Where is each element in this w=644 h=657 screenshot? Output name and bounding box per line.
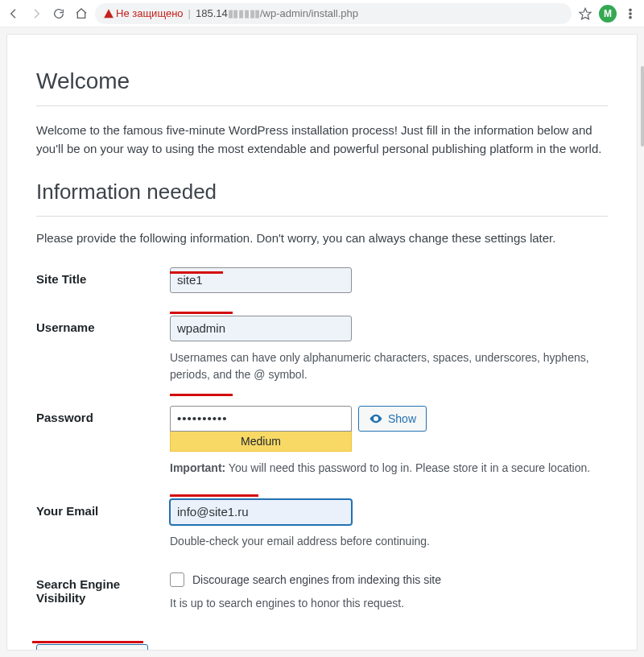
password-input[interactable] [170, 406, 352, 432]
password-strength-meter: Medium [170, 431, 352, 452]
site-title-label: Site Title [36, 256, 170, 304]
svg-point-0 [630, 9, 631, 10]
url-text: 185.14▮▮▮▮▮▮/wp-admin/install.php [196, 7, 358, 19]
sev-row: Search Engine Visibility Discourage sear… [36, 561, 608, 623]
sev-label: Search Engine Visibility [36, 561, 170, 623]
annotation-redline [170, 312, 233, 314]
not-secure-indicator: Не защищено [103, 7, 184, 19]
sev-hint: It is up to search engines to honor this… [170, 595, 608, 612]
back-button[interactable] [5, 5, 23, 23]
install-wordpress-button[interactable]: Install WordPress [36, 644, 148, 651]
email-label: Your Email [36, 488, 170, 561]
eye-icon [369, 411, 383, 426]
url-host: 185.14 [196, 7, 228, 19]
url-separator: | [188, 7, 191, 19]
annotation-redline [170, 394, 233, 396]
svg-point-2 [630, 16, 631, 18]
sev-checkbox-label: Discourage search engines from indexing … [192, 573, 441, 586]
welcome-intro: Welcome to the famous five-minute WordPr… [36, 121, 608, 159]
install-card: Welcome Welcome to the famous five-minut… [6, 34, 638, 651]
password-row: Password Medium Show Important: You [36, 395, 608, 488]
info-needed-heading: Information needed [36, 163, 608, 217]
email-hint: Double-check your email address before c… [170, 533, 608, 550]
svg-point-1 [630, 12, 631, 14]
profile-avatar[interactable]: M [599, 5, 617, 23]
forward-button[interactable] [27, 5, 45, 23]
sev-checkbox[interactable] [170, 572, 184, 587]
home-button[interactable] [72, 5, 90, 23]
annotation-redline [32, 641, 143, 643]
username-label: Username [36, 304, 170, 395]
scrollbar[interactable] [641, 66, 644, 147]
url-path: /wp-admin/install.php [260, 7, 358, 19]
email-row: Your Email Double-check your email addre… [36, 488, 608, 561]
annotation-redline [170, 271, 223, 274]
url-obscured: ▮▮▮▮▮▮ [228, 7, 260, 19]
annotation-redline [170, 494, 258, 497]
email-input[interactable] [170, 499, 352, 525]
welcome-heading: Welcome [36, 54, 608, 106]
kebab-menu-icon[interactable] [621, 5, 639, 23]
browser-toolbar: Не защищено | 185.14▮▮▮▮▮▮/wp-admin/inst… [0, 0, 644, 27]
install-form: Site Title Username Usernames can have o… [36, 256, 608, 623]
bookmark-star-icon[interactable] [576, 5, 594, 23]
not-secure-label: Не защищено [116, 7, 184, 19]
username-row: Username Usernames can have only alphanu… [36, 304, 608, 395]
site-title-row: Site Title [36, 256, 608, 304]
reload-button[interactable] [50, 5, 68, 23]
provide-info-text: Please provide the following information… [36, 231, 608, 245]
address-bar[interactable]: Не защищено | 185.14▮▮▮▮▮▮/wp-admin/inst… [95, 3, 572, 24]
show-password-button[interactable]: Show [358, 406, 427, 432]
username-input[interactable] [170, 316, 352, 341]
show-password-label: Show [388, 412, 416, 425]
password-label: Password [36, 395, 170, 488]
password-important-label: Important: [170, 461, 225, 474]
username-hint: Usernames can have only alphanumeric cha… [170, 349, 608, 383]
password-important-text: Important: You will need this password t… [170, 460, 608, 477]
